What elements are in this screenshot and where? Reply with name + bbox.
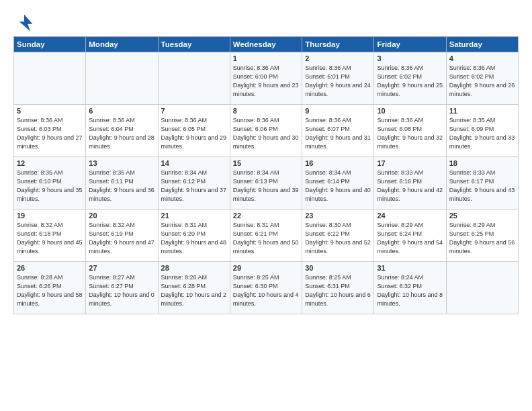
day-number: 10: [377, 107, 443, 115]
day-cell: 10Sunrise: 8:36 AM Sunset: 6:08 PM Dayli…: [374, 105, 446, 157]
day-cell: 29Sunrise: 8:25 AM Sunset: 6:30 PM Dayli…: [230, 262, 302, 314]
weekday-thursday: Thursday: [302, 37, 374, 52]
svg-marker-0: [19, 15, 33, 32]
day-number: 8: [233, 107, 299, 115]
day-detail: Sunrise: 8:30 AM Sunset: 6:22 PM Dayligh…: [305, 221, 371, 256]
day-detail: Sunrise: 8:36 AM Sunset: 6:01 PM Dayligh…: [305, 64, 371, 99]
day-detail: Sunrise: 8:29 AM Sunset: 6:25 PM Dayligh…: [449, 221, 515, 256]
day-number: 17: [377, 159, 443, 167]
header: [13, 12, 519, 34]
day-cell: 30Sunrise: 8:25 AM Sunset: 6:31 PM Dayli…: [302, 262, 374, 314]
day-cell: 19Sunrise: 8:32 AM Sunset: 6:18 PM Dayli…: [14, 210, 86, 262]
day-number: 28: [161, 264, 227, 272]
day-detail: Sunrise: 8:34 AM Sunset: 6:14 PM Dayligh…: [305, 169, 371, 203]
day-detail: Sunrise: 8:31 AM Sunset: 6:20 PM Dayligh…: [161, 221, 227, 256]
day-cell: 6Sunrise: 8:36 AM Sunset: 6:04 PM Daylig…: [86, 105, 158, 157]
day-detail: Sunrise: 8:26 AM Sunset: 6:28 PM Dayligh…: [161, 273, 227, 308]
day-detail: Sunrise: 8:32 AM Sunset: 6:19 PM Dayligh…: [89, 221, 154, 256]
weekday-monday: Monday: [86, 37, 158, 52]
day-number: 6: [89, 107, 154, 115]
day-cell: 7Sunrise: 8:36 AM Sunset: 6:05 PM Daylig…: [158, 105, 230, 157]
weekday-sunday: Sunday: [14, 37, 86, 52]
day-number: 11: [449, 107, 515, 115]
day-number: 30: [305, 264, 371, 272]
day-detail: Sunrise: 8:35 AM Sunset: 6:09 PM Dayligh…: [449, 116, 515, 151]
day-cell: 16Sunrise: 8:34 AM Sunset: 6:14 PM Dayli…: [302, 157, 374, 210]
day-number: 19: [17, 212, 83, 220]
day-detail: Sunrise: 8:24 AM Sunset: 6:32 PM Dayligh…: [377, 273, 443, 308]
week-row-3: 12Sunrise: 8:35 AM Sunset: 6:10 PM Dayli…: [14, 157, 519, 210]
day-cell: 31Sunrise: 8:24 AM Sunset: 6:32 PM Dayli…: [374, 262, 446, 314]
day-number: 1: [233, 54, 299, 62]
day-cell: 15Sunrise: 8:34 AM Sunset: 6:13 PM Dayli…: [230, 157, 302, 210]
day-cell: 27Sunrise: 8:27 AM Sunset: 6:27 PM Dayli…: [86, 262, 158, 314]
day-cell: 13Sunrise: 8:35 AM Sunset: 6:11 PM Dayli…: [86, 157, 158, 210]
day-cell: 28Sunrise: 8:26 AM Sunset: 6:28 PM Dayli…: [158, 262, 230, 314]
weekday-header-row: SundayMondayTuesdayWednesdayThursdayFrid…: [14, 37, 519, 52]
day-number: 27: [89, 264, 154, 272]
day-cell: [86, 52, 158, 105]
day-cell: 12Sunrise: 8:35 AM Sunset: 6:10 PM Dayli…: [14, 157, 86, 210]
day-cell: 1Sunrise: 8:36 AM Sunset: 6:00 PM Daylig…: [230, 52, 302, 105]
day-cell: 2Sunrise: 8:36 AM Sunset: 6:01 PM Daylig…: [302, 52, 374, 105]
day-cell: 9Sunrise: 8:36 AM Sunset: 6:07 PM Daylig…: [302, 105, 374, 157]
day-cell: 26Sunrise: 8:28 AM Sunset: 6:26 PM Dayli…: [14, 262, 86, 314]
week-row-2: 5Sunrise: 8:36 AM Sunset: 6:03 PM Daylig…: [14, 105, 519, 157]
day-cell: [158, 52, 230, 105]
day-detail: Sunrise: 8:36 AM Sunset: 6:04 PM Dayligh…: [89, 116, 154, 151]
day-number: 21: [161, 212, 227, 220]
day-number: 24: [377, 212, 443, 220]
day-number: 18: [449, 159, 515, 167]
day-cell: 24Sunrise: 8:29 AM Sunset: 6:24 PM Dayli…: [374, 210, 446, 262]
day-number: 16: [305, 159, 371, 167]
day-detail: Sunrise: 8:36 AM Sunset: 6:07 PM Dayligh…: [305, 116, 371, 151]
day-cell: 11Sunrise: 8:35 AM Sunset: 6:09 PM Dayli…: [446, 105, 518, 157]
day-cell: 5Sunrise: 8:36 AM Sunset: 6:03 PM Daylig…: [14, 105, 86, 157]
day-cell: 3Sunrise: 8:36 AM Sunset: 6:02 PM Daylig…: [374, 52, 446, 105]
day-detail: Sunrise: 8:27 AM Sunset: 6:27 PM Dayligh…: [89, 273, 154, 308]
day-detail: Sunrise: 8:31 AM Sunset: 6:21 PM Dayligh…: [233, 221, 299, 256]
day-detail: Sunrise: 8:34 AM Sunset: 6:13 PM Dayligh…: [233, 169, 299, 203]
page: SundayMondayTuesdayWednesdayThursdayFrid…: [0, 0, 532, 411]
day-number: 2: [305, 54, 371, 62]
logo-icon: [13, 12, 35, 34]
day-detail: Sunrise: 8:25 AM Sunset: 6:30 PM Dayligh…: [233, 273, 299, 308]
day-cell: 14Sunrise: 8:34 AM Sunset: 6:12 PM Dayli…: [158, 157, 230, 210]
day-detail: Sunrise: 8:36 AM Sunset: 6:08 PM Dayligh…: [377, 116, 443, 151]
day-cell: 17Sunrise: 8:33 AM Sunset: 6:16 PM Dayli…: [374, 157, 446, 210]
day-number: 13: [89, 159, 154, 167]
day-cell: [446, 262, 518, 314]
day-number: 25: [449, 212, 515, 220]
day-number: 20: [89, 212, 154, 220]
logo: [13, 12, 38, 34]
calendar-table: SundayMondayTuesdayWednesdayThursdayFrid…: [13, 36, 519, 314]
day-cell: [14, 52, 86, 105]
day-detail: Sunrise: 8:25 AM Sunset: 6:31 PM Dayligh…: [305, 273, 371, 308]
day-detail: Sunrise: 8:33 AM Sunset: 6:17 PM Dayligh…: [449, 169, 515, 203]
day-detail: Sunrise: 8:36 AM Sunset: 6:00 PM Dayligh…: [233, 64, 299, 99]
day-number: 5: [17, 107, 83, 115]
day-number: 29: [233, 264, 299, 272]
day-cell: 8Sunrise: 8:36 AM Sunset: 6:06 PM Daylig…: [230, 105, 302, 157]
day-cell: 18Sunrise: 8:33 AM Sunset: 6:17 PM Dayli…: [446, 157, 518, 210]
day-cell: 20Sunrise: 8:32 AM Sunset: 6:19 PM Dayli…: [86, 210, 158, 262]
day-number: 7: [161, 107, 227, 115]
day-detail: Sunrise: 8:35 AM Sunset: 6:10 PM Dayligh…: [17, 169, 83, 203]
weekday-friday: Friday: [374, 37, 446, 52]
day-number: 22: [233, 212, 299, 220]
weekday-tuesday: Tuesday: [158, 37, 230, 52]
day-cell: 23Sunrise: 8:30 AM Sunset: 6:22 PM Dayli…: [302, 210, 374, 262]
day-detail: Sunrise: 8:36 AM Sunset: 6:02 PM Dayligh…: [449, 64, 515, 99]
day-number: 31: [377, 264, 443, 272]
day-cell: 4Sunrise: 8:36 AM Sunset: 6:02 PM Daylig…: [446, 52, 518, 105]
weekday-wednesday: Wednesday: [230, 37, 302, 52]
day-detail: Sunrise: 8:28 AM Sunset: 6:26 PM Dayligh…: [17, 273, 83, 308]
weekday-saturday: Saturday: [446, 37, 518, 52]
day-detail: Sunrise: 8:36 AM Sunset: 6:03 PM Dayligh…: [17, 116, 83, 151]
day-cell: 25Sunrise: 8:29 AM Sunset: 6:25 PM Dayli…: [446, 210, 518, 262]
week-row-4: 19Sunrise: 8:32 AM Sunset: 6:18 PM Dayli…: [14, 210, 519, 262]
day-cell: 22Sunrise: 8:31 AM Sunset: 6:21 PM Dayli…: [230, 210, 302, 262]
day-number: 15: [233, 159, 299, 167]
day-detail: Sunrise: 8:36 AM Sunset: 6:02 PM Dayligh…: [377, 64, 443, 99]
day-number: 14: [161, 159, 227, 167]
